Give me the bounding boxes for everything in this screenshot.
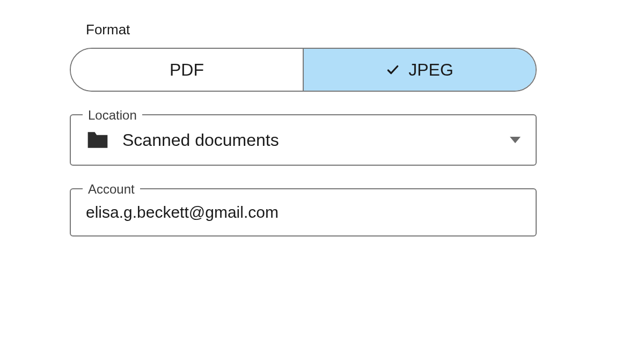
svg-marker-0 [510, 137, 521, 143]
format-segmented-control: PDF JPEG [70, 48, 537, 92]
account-field: Account elisa.g.beckett@gmail.com [70, 188, 537, 237]
location-legend: Location [83, 108, 142, 123]
format-label: Format [86, 21, 580, 38]
format-option-jpeg-label: JPEG [408, 60, 453, 80]
location-field: Location Scanned documents [70, 114, 537, 166]
check-icon [386, 63, 400, 77]
format-option-pdf-label: PDF [170, 60, 204, 80]
location-value: Scanned documents [122, 130, 497, 150]
format-option-pdf[interactable]: PDF [71, 49, 303, 91]
chevron-down-icon [510, 136, 521, 144]
account-value: elisa.g.beckett@gmail.com [86, 203, 521, 221]
format-option-jpeg[interactable]: JPEG [304, 49, 536, 91]
location-dropdown[interactable]: Scanned documents [86, 129, 521, 151]
account-legend: Account [83, 182, 140, 197]
folder-icon [86, 129, 109, 151]
